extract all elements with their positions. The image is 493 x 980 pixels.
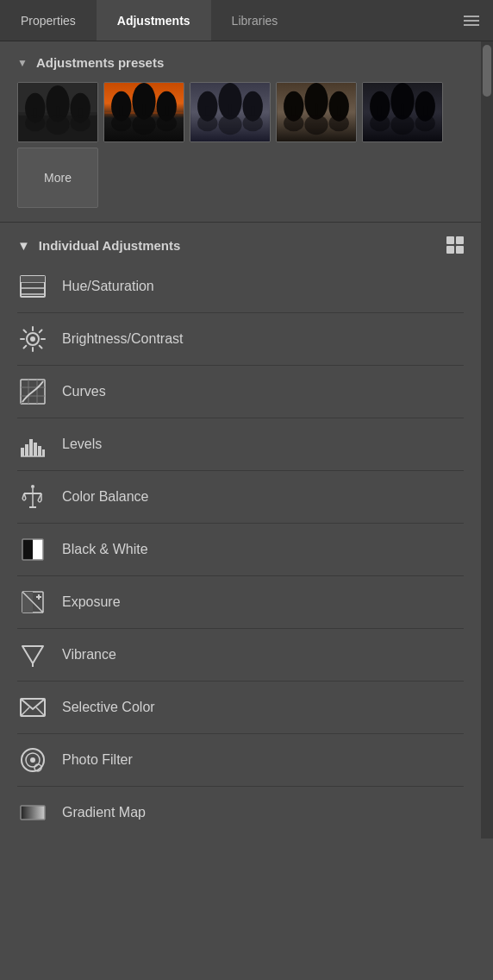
header-tabs: Properties Adjustments Libraries: [0, 0, 493, 41]
svg-rect-79: [42, 449, 45, 456]
svg-rect-76: [29, 439, 33, 456]
main-content: ▼ Adjustments presets: [0, 41, 493, 839]
hue-saturation-label: Hue/Saturation: [62, 279, 154, 294]
grid-view-icon[interactable]: [446, 236, 464, 254]
svg-line-101: [36, 707, 45, 716]
adjustment-item-photo-filter[interactable]: Photo Filter: [17, 734, 464, 787]
svg-point-22: [157, 115, 177, 131]
color-balance-icon: [17, 481, 48, 512]
svg-rect-74: [21, 448, 24, 456]
brightness-contrast-icon: [17, 324, 48, 355]
hue-saturation-icon: [17, 271, 48, 302]
svg-marker-97: [22, 646, 43, 663]
adjustment-item-color-balance[interactable]: Color Balance: [17, 471, 464, 524]
adjustment-item-gradient-map[interactable]: Gradient Map: [17, 787, 464, 839]
svg-point-9: [25, 115, 45, 131]
svg-line-67: [24, 346, 27, 349]
svg-rect-57: [21, 276, 45, 282]
vibrance-icon: [17, 639, 48, 670]
tab-adjustments[interactable]: Adjustments: [97, 0, 211, 41]
individual-adjustments-section: ▼ Individual Adjustments Hue/Saturation: [0, 223, 481, 839]
svg-point-30: [197, 115, 217, 131]
svg-point-104: [30, 757, 35, 763]
adjustments-presets-header: ▼ Adjustments presets: [17, 55, 464, 70]
individual-adjustments-header: ▼ Individual Adjustments: [17, 236, 464, 254]
selective-color-label: Selective Color: [62, 700, 155, 715]
svg-point-11: [71, 115, 90, 131]
adjustment-item-levels[interactable]: Levels: [17, 418, 464, 471]
svg-point-50: [370, 115, 390, 131]
preset-thumb[interactable]: [362, 82, 443, 142]
gradient-map-icon: [17, 797, 48, 828]
adjustments-presets-section: ▼ Adjustments presets: [0, 41, 481, 222]
adjustment-item-selective-color[interactable]: Selective Color: [17, 682, 464, 734]
adjustment-item-brightness-contrast[interactable]: Brightness/Contrast: [17, 313, 464, 366]
exposure-icon: [17, 587, 48, 618]
svg-rect-78: [38, 446, 41, 456]
svg-line-100: [21, 707, 29, 716]
svg-point-31: [218, 115, 241, 135]
svg-rect-106: [21, 806, 45, 820]
levels-label: Levels: [62, 437, 102, 452]
individual-adjustments-title: Individual Adjustments: [39, 238, 180, 253]
svg-rect-27: [228, 104, 232, 116]
svg-line-66: [40, 330, 42, 333]
svg-rect-17: [142, 104, 146, 116]
svg-line-65: [40, 346, 42, 349]
svg-point-20: [111, 115, 131, 131]
levels-icon: [17, 429, 48, 460]
adjustment-item-hue-saturation[interactable]: Hue/Saturation: [17, 261, 464, 313]
svg-point-42: [329, 115, 349, 131]
adjustment-item-black-white[interactable]: Black & White: [17, 524, 464, 576]
tab-properties[interactable]: Properties: [0, 0, 97, 41]
svg-rect-77: [34, 443, 37, 456]
scrollbar-track: [481, 41, 493, 839]
svg-point-59: [30, 336, 35, 342]
scrollbar-thumb[interactable]: [483, 45, 491, 97]
svg-rect-93: [22, 592, 33, 612]
svg-point-21: [132, 115, 155, 135]
tab-libraries[interactable]: Libraries: [211, 0, 299, 41]
adjustment-item-curves[interactable]: Curves: [17, 366, 464, 418]
more-button[interactable]: More: [17, 148, 98, 208]
preset-thumb[interactable]: [103, 82, 184, 142]
curves-label: Curves: [62, 384, 106, 399]
black-white-icon: [17, 534, 48, 565]
svg-point-81: [31, 485, 34, 488]
gradient-map-label: Gradient Map: [62, 805, 146, 820]
chevron-icon: ▼: [17, 57, 28, 69]
svg-rect-75: [25, 444, 28, 456]
svg-point-40: [284, 115, 303, 131]
svg-line-64: [24, 330, 27, 333]
chevron-icon: ▼: [17, 238, 30, 253]
preset-thumb[interactable]: [190, 82, 271, 142]
panel-menu-icon[interactable]: [464, 16, 479, 26]
svg-rect-37: [315, 104, 318, 116]
color-balance-label: Color Balance: [62, 489, 149, 505]
black-white-label: Black & White: [62, 542, 148, 557]
adjustment-item-vibrance[interactable]: Vibrance: [17, 629, 464, 682]
svg-point-41: [304, 115, 328, 135]
adjustments-presets-title: Adjustments presets: [36, 55, 164, 70]
adjustment-item-exposure[interactable]: Exposure: [17, 576, 464, 629]
presets-grid: More: [17, 82, 464, 208]
svg-point-32: [243, 115, 263, 131]
photo-filter-label: Photo Filter: [62, 752, 133, 768]
svg-point-10: [46, 115, 69, 135]
vibrance-label: Vibrance: [62, 647, 116, 663]
adjustments-header-left: ▼ Individual Adjustments: [17, 238, 180, 253]
photo-filter-icon: [17, 744, 48, 776]
selective-color-icon: [17, 692, 48, 723]
svg-rect-47: [401, 104, 404, 116]
curves-icon: [17, 376, 48, 407]
svg-point-51: [390, 115, 414, 135]
svg-rect-90: [22, 539, 33, 560]
svg-point-52: [415, 115, 435, 131]
preset-thumb[interactable]: [276, 82, 357, 142]
brightness-contrast-label: Brightness/Contrast: [62, 331, 184, 347]
exposure-label: Exposure: [62, 594, 121, 610]
preset-thumb[interactable]: [17, 82, 98, 142]
